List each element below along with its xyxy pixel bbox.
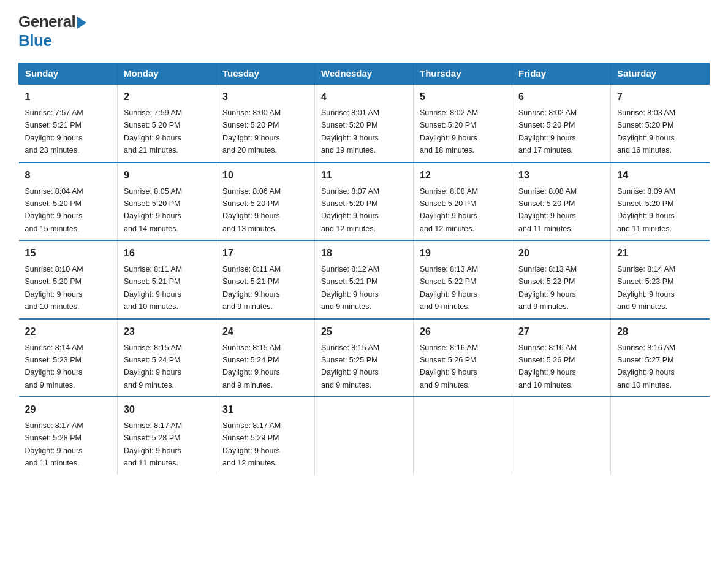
calendar-cell: 31 Sunrise: 8:17 AMSunset: 5:29 PMDaylig… (216, 397, 315, 475)
day-info: Sunrise: 8:15 AMSunset: 5:25 PMDaylight:… (321, 343, 379, 389)
calendar-table: SundayMondayTuesdayWednesdayThursdayFrid… (18, 63, 710, 475)
day-info: Sunrise: 8:12 AMSunset: 5:21 PMDaylight:… (321, 265, 379, 311)
calendar-week-row: 15 Sunrise: 8:10 AMSunset: 5:20 PMDaylig… (19, 240, 710, 319)
calendar-cell: 7 Sunrise: 8:03 AMSunset: 5:20 PMDayligh… (611, 84, 710, 163)
calendar-cell: 4 Sunrise: 8:01 AMSunset: 5:20 PMDayligh… (315, 84, 414, 163)
calendar-cell: 16 Sunrise: 8:11 AMSunset: 5:21 PMDaylig… (118, 240, 216, 319)
calendar-cell: 27 Sunrise: 8:16 AMSunset: 5:26 PMDaylig… (512, 319, 611, 397)
day-number: 5 (420, 90, 506, 104)
day-number: 16 (124, 246, 210, 261)
day-header-thursday: Thursday (414, 63, 512, 85)
day-info: Sunrise: 8:16 AMSunset: 5:26 PMDaylight:… (420, 343, 478, 389)
calendar-cell: 18 Sunrise: 8:12 AMSunset: 5:21 PMDaylig… (315, 240, 414, 319)
calendar-cell: 13 Sunrise: 8:08 AMSunset: 5:20 PMDaylig… (512, 163, 611, 241)
day-number: 12 (420, 168, 506, 183)
day-info: Sunrise: 7:59 AMSunset: 5:20 PMDaylight:… (124, 109, 182, 155)
day-info: Sunrise: 8:15 AMSunset: 5:24 PMDaylight:… (222, 343, 281, 389)
day-number: 11 (321, 168, 407, 183)
calendar-cell: 26 Sunrise: 8:16 AMSunset: 5:26 PMDaylig… (414, 319, 512, 397)
calendar-cell: 10 Sunrise: 8:06 AMSunset: 5:20 PMDaylig… (216, 163, 315, 241)
day-info: Sunrise: 8:05 AMSunset: 5:20 PMDaylight:… (124, 187, 182, 233)
day-number: 25 (321, 324, 407, 339)
day-info: Sunrise: 8:11 AMSunset: 5:21 PMDaylight:… (222, 265, 281, 311)
day-number: 4 (321, 90, 407, 104)
calendar-cell: 30 Sunrise: 8:17 AMSunset: 5:28 PMDaylig… (118, 397, 216, 475)
day-number: 10 (222, 168, 308, 183)
day-number: 23 (124, 324, 210, 339)
day-number: 3 (222, 90, 308, 104)
day-number: 27 (518, 324, 604, 339)
day-number: 7 (617, 90, 703, 104)
calendar-cell (315, 397, 414, 475)
day-header-wednesday: Wednesday (315, 63, 414, 85)
day-info: Sunrise: 8:14 AMSunset: 5:23 PMDaylight:… (25, 343, 83, 389)
day-info: Sunrise: 8:08 AMSunset: 5:20 PMDaylight:… (420, 187, 478, 233)
day-info: Sunrise: 8:16 AMSunset: 5:27 PMDaylight:… (617, 343, 675, 389)
day-number: 21 (617, 246, 703, 261)
day-info: Sunrise: 8:07 AMSunset: 5:20 PMDaylight:… (321, 187, 379, 233)
page-header: General Blue (18, 12, 710, 50)
day-info: Sunrise: 8:02 AMSunset: 5:20 PMDaylight:… (420, 109, 478, 155)
calendar-cell: 6 Sunrise: 8:02 AMSunset: 5:20 PMDayligh… (512, 84, 611, 163)
calendar-cell: 2 Sunrise: 7:59 AMSunset: 5:20 PMDayligh… (118, 84, 216, 163)
day-number: 19 (420, 246, 506, 261)
day-number: 17 (222, 246, 308, 261)
day-info: Sunrise: 8:06 AMSunset: 5:20 PMDaylight:… (222, 187, 281, 233)
logo-blue: Blue (18, 31, 86, 50)
day-info: Sunrise: 7:57 AMSunset: 5:21 PMDaylight:… (25, 109, 83, 155)
day-info: Sunrise: 8:13 AMSunset: 5:22 PMDaylight:… (420, 265, 478, 311)
calendar-cell: 24 Sunrise: 8:15 AMSunset: 5:24 PMDaylig… (216, 319, 315, 397)
day-number: 30 (124, 402, 210, 417)
logo-text: General Blue (18, 12, 86, 50)
day-header-monday: Monday (118, 63, 216, 85)
calendar-cell: 5 Sunrise: 8:02 AMSunset: 5:20 PMDayligh… (414, 84, 512, 163)
day-number: 29 (25, 402, 112, 417)
day-info: Sunrise: 8:17 AMSunset: 5:28 PMDaylight:… (25, 421, 83, 467)
calendar-cell: 9 Sunrise: 8:05 AMSunset: 5:20 PMDayligh… (118, 163, 216, 241)
calendar-cell: 1 Sunrise: 7:57 AMSunset: 5:21 PMDayligh… (19, 84, 118, 163)
day-header-sunday: Sunday (19, 63, 118, 85)
calendar-cell: 11 Sunrise: 8:07 AMSunset: 5:20 PMDaylig… (315, 163, 414, 241)
calendar-cell: 12 Sunrise: 8:08 AMSunset: 5:20 PMDaylig… (414, 163, 512, 241)
calendar-week-row: 29 Sunrise: 8:17 AMSunset: 5:28 PMDaylig… (19, 397, 710, 475)
day-number: 8 (25, 168, 112, 183)
calendar-cell: 21 Sunrise: 8:14 AMSunset: 5:23 PMDaylig… (611, 240, 710, 319)
day-number: 31 (222, 402, 308, 417)
day-info: Sunrise: 8:11 AMSunset: 5:21 PMDaylight:… (124, 265, 182, 311)
day-info: Sunrise: 8:15 AMSunset: 5:24 PMDaylight:… (124, 343, 182, 389)
calendar-cell: 25 Sunrise: 8:15 AMSunset: 5:25 PMDaylig… (315, 319, 414, 397)
day-info: Sunrise: 8:17 AMSunset: 5:28 PMDaylight:… (124, 421, 182, 467)
day-header-saturday: Saturday (611, 63, 710, 85)
day-header-tuesday: Tuesday (216, 63, 315, 85)
calendar-cell: 3 Sunrise: 8:00 AMSunset: 5:20 PMDayligh… (216, 84, 315, 163)
day-number: 28 (617, 324, 703, 339)
day-number: 18 (321, 246, 407, 261)
calendar-cell: 19 Sunrise: 8:13 AMSunset: 5:22 PMDaylig… (414, 240, 512, 319)
day-info: Sunrise: 8:08 AMSunset: 5:20 PMDaylight:… (518, 187, 577, 233)
day-info: Sunrise: 8:13 AMSunset: 5:22 PMDaylight:… (518, 265, 577, 311)
day-number: 14 (617, 168, 703, 183)
day-number: 22 (25, 324, 112, 339)
calendar-cell: 20 Sunrise: 8:13 AMSunset: 5:22 PMDaylig… (512, 240, 611, 319)
day-number: 6 (518, 90, 604, 104)
logo-general: General (18, 12, 86, 31)
day-info: Sunrise: 8:10 AMSunset: 5:20 PMDaylight:… (25, 265, 83, 311)
logo: General Blue (18, 12, 86, 50)
calendar-header-row: SundayMondayTuesdayWednesdayThursdayFrid… (19, 63, 710, 85)
day-info: Sunrise: 8:01 AMSunset: 5:20 PMDaylight:… (321, 109, 379, 155)
day-number: 1 (25, 90, 112, 104)
day-number: 13 (518, 168, 604, 183)
day-info: Sunrise: 8:04 AMSunset: 5:20 PMDaylight:… (25, 187, 83, 233)
day-header-friday: Friday (512, 63, 611, 85)
day-info: Sunrise: 8:16 AMSunset: 5:26 PMDaylight:… (518, 343, 577, 389)
day-info: Sunrise: 8:09 AMSunset: 5:20 PMDaylight:… (617, 187, 675, 233)
day-info: Sunrise: 8:17 AMSunset: 5:29 PMDaylight:… (222, 421, 281, 467)
calendar-cell: 29 Sunrise: 8:17 AMSunset: 5:28 PMDaylig… (19, 397, 118, 475)
calendar-week-row: 22 Sunrise: 8:14 AMSunset: 5:23 PMDaylig… (19, 319, 710, 397)
day-number: 2 (124, 90, 210, 104)
day-number: 26 (420, 324, 506, 339)
day-number: 20 (518, 246, 604, 261)
calendar-cell (611, 397, 710, 475)
day-info: Sunrise: 8:00 AMSunset: 5:20 PMDaylight:… (222, 109, 281, 155)
day-info: Sunrise: 8:14 AMSunset: 5:23 PMDaylight:… (617, 265, 675, 311)
